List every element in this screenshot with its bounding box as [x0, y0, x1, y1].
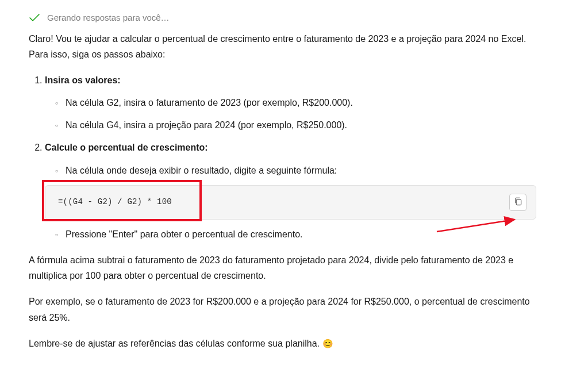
svg-rect-0 — [516, 199, 521, 205]
step-2-item-1: Na célula onde deseja exibir o resultado… — [55, 163, 536, 178]
step-2-title: Calcule o percentual de crescimento: — [45, 143, 208, 152]
copy-button[interactable] — [509, 194, 526, 211]
explanation-paragraph: A fórmula acima subtrai o faturamento de… — [29, 252, 536, 283]
step-2: Calcule o percentual de crescimento: Na … — [45, 140, 536, 242]
step-2-sublist: Na célula onde deseja exibir o resultado… — [45, 163, 536, 178]
code-text: =((G4 - G2) / G2) * 100 — [58, 195, 172, 209]
reminder-text: Lembre-se de ajustar as referências das … — [29, 339, 322, 348]
step-1-item-2: Na célula G4, insira a projeção para 202… — [55, 117, 536, 133]
step-2-sublist-after: Pressione "Enter" para obter o percentua… — [45, 226, 536, 242]
status-text: Gerando respostas para você… — [47, 10, 170, 25]
step-2-item-2: Pressione "Enter" para obter o percentua… — [55, 226, 536, 242]
intro-paragraph: Claro! Vou te ajudar a calcular o percen… — [29, 31, 536, 62]
copy-icon — [514, 197, 522, 207]
check-icon — [29, 13, 40, 22]
steps-list: Insira os valores: Na célula G2, insira … — [29, 72, 536, 242]
code-block: =((G4 - G2) / G2) * 100 — [45, 185, 536, 220]
example-paragraph: Por exemplo, se o faturamento de 2023 fo… — [29, 294, 536, 325]
reminder-paragraph: Lembre-se de ajustar as referências das … — [29, 336, 536, 351]
step-1: Insira os valores: Na célula G2, insira … — [45, 72, 536, 133]
status-line: Gerando respostas para você… — [29, 10, 536, 25]
smile-emoji: 😊 — [322, 339, 333, 348]
step-1-title: Insira os valores: — [45, 75, 121, 85]
step-1-item-1: Na célula G2, insira o faturamento de 20… — [55, 95, 536, 110]
step-1-sublist: Na célula G2, insira o faturamento de 20… — [45, 95, 536, 133]
